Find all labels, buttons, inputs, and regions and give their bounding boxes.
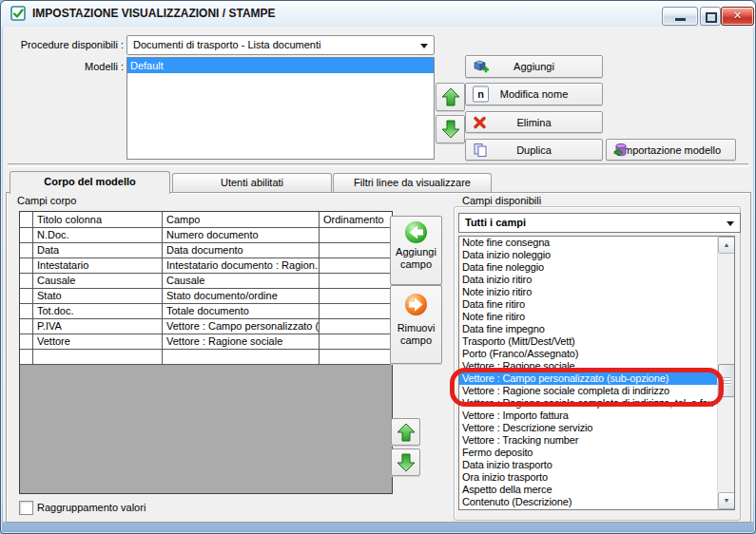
- table-row[interactable]: CausaleCausale: [20, 274, 392, 289]
- row-selector[interactable]: [20, 304, 33, 318]
- move-model-down-button[interactable]: [436, 115, 465, 143]
- importazione-modello-button[interactable]: Importazione modello: [606, 139, 736, 161]
- table-row[interactable]: P.IVAVettore : Campo personalizzato (...: [20, 319, 392, 334]
- campi-item[interactable]: Vettore : Ragione sociale: [459, 360, 718, 372]
- modelli-item[interactable]: Default: [127, 58, 434, 73]
- table-cell: Numero documento: [163, 228, 320, 242]
- table-cell: P.IVA: [33, 319, 163, 334]
- campi-item[interactable]: Data fine impegno: [459, 323, 718, 335]
- campi-item[interactable]: Vettore : Campo personalizzato (sub-opzi…: [459, 372, 718, 385]
- aggiungi-button[interactable]: Aggiungi: [465, 55, 603, 78]
- arrow-left-icon: [405, 221, 427, 243]
- row-selector[interactable]: [20, 350, 33, 364]
- modelli-list[interactable]: Default: [126, 57, 435, 160]
- column-header[interactable]: Ordinamento: [320, 212, 392, 227]
- title-bar[interactable]: IMPOSTAZIONE VISUALIZZAZIONI / STAMPE: [3, 3, 753, 27]
- column-header[interactable]: Titolo colonna: [33, 212, 163, 227]
- minimize-icon: [675, 18, 686, 21]
- elimina-button[interactable]: Elimina: [465, 111, 603, 133]
- rimuovi-campo-button[interactable]: Rimuovi campo: [390, 285, 442, 364]
- tab-strip: Corpo del modelloUtenti abilitatiFiltri …: [0, 171, 756, 193]
- aggiungi-campo-label: Aggiungi campo: [391, 246, 441, 271]
- table-cell: [320, 319, 392, 334]
- table-cell: Intestatario documento : Ragion...: [163, 258, 320, 273]
- campi-item[interactable]: Ora inizio trasporto: [459, 471, 718, 484]
- table-row[interactable]: StatoStato documento/ordine: [20, 289, 392, 304]
- minimize-button[interactable]: [662, 7, 698, 26]
- campi-item[interactable]: Fermo deposito: [459, 447, 718, 459]
- campi-item[interactable]: Vettore : Importo fattura: [459, 410, 718, 422]
- campi-disponibili-label: Campi disponibili: [459, 195, 544, 206]
- scrollbar[interactable]: ▲ ▼: [717, 237, 734, 509]
- move-field-up-button[interactable]: [391, 418, 420, 446]
- table-row[interactable]: N.Doc.Numero documento: [20, 228, 392, 243]
- maximize-icon: [706, 12, 717, 23]
- campi-item[interactable]: Data fine noleggio: [459, 261, 718, 274]
- campi-disponibili-listbox: Note fine consegnaData inizio noleggioDa…: [458, 236, 735, 510]
- row-selector-header[interactable]: [20, 212, 33, 227]
- close-button[interactable]: ✕: [721, 7, 754, 26]
- scroll-down-button[interactable]: ▼: [718, 492, 735, 509]
- tab-3[interactable]: Filtri linee da visualizzare: [333, 173, 492, 192]
- duplica-button[interactable]: Duplica: [465, 139, 603, 161]
- row-selector[interactable]: [20, 258, 33, 273]
- campi-item[interactable]: Trasporto (Mitt/Dest/Vett): [459, 335, 718, 348]
- divider: [8, 163, 748, 167]
- table-header-row: Titolo colonnaCampoOrdinamento: [20, 212, 392, 228]
- table-row[interactable]: IntestatarioIntestatario documento : Rag…: [20, 258, 392, 274]
- table-cell: Tot.doc.: [33, 304, 163, 318]
- campi-item[interactable]: Aspetto della merce: [459, 484, 718, 496]
- row-selector[interactable]: [20, 334, 33, 349]
- scrollbar-thumb[interactable]: [718, 364, 735, 397]
- table-cell: Causale: [163, 274, 320, 288]
- move-field-down-button[interactable]: [391, 448, 420, 476]
- table-cell: [320, 350, 392, 364]
- import-database-icon: [613, 143, 629, 158]
- table-row[interactable]: [20, 350, 392, 365]
- table-cell: Stato: [33, 289, 163, 303]
- rename-icon: n: [473, 86, 489, 103]
- campi-item[interactable]: Vettore : Tracking number: [459, 434, 718, 447]
- column-header[interactable]: Campo: [163, 212, 320, 227]
- table-cell: [163, 350, 320, 364]
- tab-1[interactable]: Corpo del modello: [10, 171, 170, 194]
- row-selector[interactable]: [20, 274, 33, 288]
- campi-item[interactable]: Data inizio trasporto: [459, 459, 718, 471]
- row-selector[interactable]: [20, 319, 33, 334]
- aggiungi-campo-button[interactable]: Aggiungi campo: [390, 216, 442, 285]
- campi-item[interactable]: Note fine consegna: [459, 237, 718, 249]
- campi-item[interactable]: Porto (Franco/Assegnato): [459, 348, 718, 360]
- table-row[interactable]: Tot.doc.Totale documento: [20, 304, 392, 319]
- row-selector[interactable]: [20, 243, 33, 257]
- chevron-down-icon: [727, 221, 734, 226]
- tab-2[interactable]: Utenti abilitati: [172, 173, 332, 192]
- campi-item[interactable]: Data fine ritiro: [459, 298, 718, 311]
- campi-item[interactable]: Data inizio ritiro: [459, 274, 718, 286]
- table-cell: Stato documento/ordine: [163, 289, 320, 303]
- duplicate-icon: [473, 143, 488, 158]
- chevron-down-icon: [420, 44, 428, 48]
- campi-item[interactable]: Vettore : Descrizione servizio: [459, 422, 718, 434]
- row-selector[interactable]: [20, 228, 33, 242]
- campi-item[interactable]: Vettore : Ragione sociale completa di in…: [459, 385, 718, 397]
- table-cell: [320, 243, 392, 257]
- modifica-nome-button[interactable]: n Modifica nome: [465, 83, 603, 105]
- scroll-up-button[interactable]: ▲: [718, 237, 735, 254]
- campi-list: Note fine consegnaData inizio noleggioDa…: [459, 237, 718, 509]
- campi-item[interactable]: Data inizio noleggio: [459, 249, 718, 261]
- filter-combobox[interactable]: Tutti i campi: [458, 213, 741, 233]
- table-cell: [320, 334, 392, 349]
- raggruppamento-checkbox[interactable]: [19, 501, 33, 515]
- filter-combobox-value: Tutti i campi: [465, 217, 526, 228]
- maximize-button[interactable]: [700, 7, 721, 26]
- campi-item[interactable]: Note fine ritiro: [459, 311, 718, 323]
- campi-item[interactable]: Contenuto (Descrizione): [459, 496, 718, 508]
- campi-item[interactable]: Note inizio ritiro: [459, 286, 718, 298]
- row-selector[interactable]: [20, 289, 33, 303]
- campi-item[interactable]: Vettore : Ragione sociale completa di in…: [459, 397, 718, 410]
- procedure-combobox[interactable]: Documenti di trasporto - Lista documenti: [126, 35, 435, 55]
- modelli-label: Modelli :: [57, 61, 124, 72]
- move-model-up-button[interactable]: [436, 83, 465, 111]
- table-row[interactable]: DataData documento: [20, 243, 392, 258]
- table-row[interactable]: VettoreVettore : Ragione sociale: [20, 334, 392, 350]
